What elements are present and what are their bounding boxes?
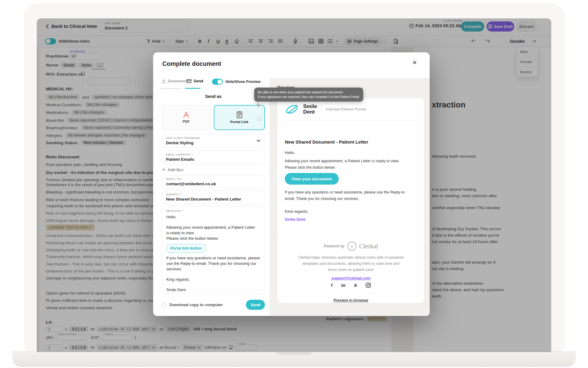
message-line: Smile Dent bbox=[166, 287, 260, 293]
message-line: If you have any questions or need assist… bbox=[166, 255, 260, 261]
preview-in-browser-link[interactable]: Preview in browser bbox=[334, 298, 368, 302]
portal-link-button-chip[interactable]: Portal link button bbox=[166, 244, 206, 253]
message-line: use the Reply-to email. Thank you for ch… bbox=[166, 261, 260, 266]
tab-download[interactable]: Download bbox=[162, 79, 187, 83]
send-as-heading: Send as bbox=[162, 94, 265, 99]
hide-show-preview-label: Hide/Show Preview bbox=[225, 80, 261, 84]
x-icon[interactable]: X bbox=[354, 283, 357, 288]
complete-document-modal: Complete document ✕ Download Send Hide/S… bbox=[153, 52, 430, 316]
clerkal-wordmark: Clerkal bbox=[359, 242, 378, 250]
preview-in-browser-row: Preview in browser bbox=[277, 297, 424, 303]
message-line: King regards, bbox=[166, 277, 260, 282]
send-as-pdf-card[interactable]: PDF bbox=[162, 105, 211, 130]
send-as-portal-link-card[interactable]: Portal Link i bbox=[214, 105, 265, 130]
powered-by-row: Powered by + Clerkal bbox=[277, 242, 424, 251]
active-tab-underline bbox=[185, 88, 200, 89]
chevron-down-icon bbox=[257, 140, 260, 142]
message-line: Please click the button below: bbox=[166, 236, 260, 241]
app-screen: Back to Clinical Note DOC NAME Document … bbox=[37, 18, 551, 352]
preview-tooltip: Be able to see when your patient has vie… bbox=[254, 88, 363, 102]
divider bbox=[285, 293, 417, 293]
send-button[interactable]: Send bbox=[246, 300, 265, 310]
plus-icon: + bbox=[162, 167, 165, 172]
email-line: Please click the button below: bbox=[285, 165, 336, 170]
view-your-document-button[interactable]: View your document bbox=[285, 173, 339, 185]
pdf-icon bbox=[183, 112, 190, 118]
email-address-field[interactable]: EMAIL ADDRESS * Patient Emails bbox=[162, 150, 265, 164]
clinic-branding-select[interactable]: ADD CLINIC BRANDING Dental Styling bbox=[162, 134, 265, 148]
smile-dent-logo bbox=[285, 103, 299, 115]
subject-field[interactable]: SUBJECT * New Shared Document - Patient … bbox=[162, 190, 265, 204]
instagram-icon[interactable] bbox=[366, 283, 371, 288]
portal-link-icon bbox=[237, 111, 242, 118]
message-line: following your recent appointment, a Pat… bbox=[166, 225, 260, 230]
portal-info-icon[interactable]: i bbox=[257, 116, 262, 121]
download-copy-option[interactable]: Download copy to computer bbox=[162, 302, 223, 307]
message-line: services. bbox=[166, 266, 260, 272]
clerkal-logo-icon: + bbox=[347, 242, 356, 251]
portal-name: Clerkal Patient Portal bbox=[326, 107, 366, 111]
hide-show-preview-toggle[interactable] bbox=[212, 79, 223, 85]
cursor-icon bbox=[257, 103, 261, 108]
email-line: Hello, bbox=[285, 150, 295, 155]
email-preview-card: SmileDent Clerkal Patient Portal New Sha… bbox=[277, 98, 424, 303]
support-link-row: support@clerkal.com bbox=[277, 275, 424, 281]
linkedin-icon[interactable]: in bbox=[341, 283, 345, 288]
close-icon[interactable]: ✕ bbox=[412, 59, 417, 66]
email-heading: New Shared Document - Patient Letter bbox=[285, 139, 368, 145]
radio-icon bbox=[162, 302, 167, 307]
email-line: email. Thank you for choosing our servic… bbox=[285, 197, 359, 201]
facebook-icon[interactable]: f bbox=[331, 283, 333, 288]
email-line: following your recent appointment, a Pat… bbox=[285, 159, 399, 163]
footer-description: Clerkal helps clinicians automate clinic… bbox=[277, 254, 424, 273]
envelope-icon bbox=[187, 79, 191, 83]
message-line: is ready to view. bbox=[166, 230, 260, 236]
message-field[interactable]: MESSAGE * Hello, following your recent a… bbox=[162, 206, 265, 294]
tab-send[interactable]: Send bbox=[187, 79, 203, 83]
email-line: Kind regards, bbox=[285, 209, 308, 214]
tab-underline bbox=[160, 88, 182, 89]
download-icon bbox=[162, 79, 166, 83]
modal-title: Complete document bbox=[162, 60, 221, 67]
divider bbox=[277, 237, 424, 237]
social-icons-row: f in X bbox=[277, 283, 424, 288]
add-bcc-button[interactable]: + Add Bcc bbox=[162, 167, 184, 172]
divider bbox=[321, 105, 322, 114]
support-email-link[interactable]: support@clerkal.com bbox=[331, 276, 371, 280]
reply-to-field[interactable]: REPLY TO* contact@smiledent.co.uk bbox=[162, 175, 265, 188]
email-signature: Smile Dent bbox=[285, 217, 305, 222]
email-line: If you have any questions or need assist… bbox=[285, 190, 405, 194]
message-line: Hello, bbox=[166, 214, 260, 220]
